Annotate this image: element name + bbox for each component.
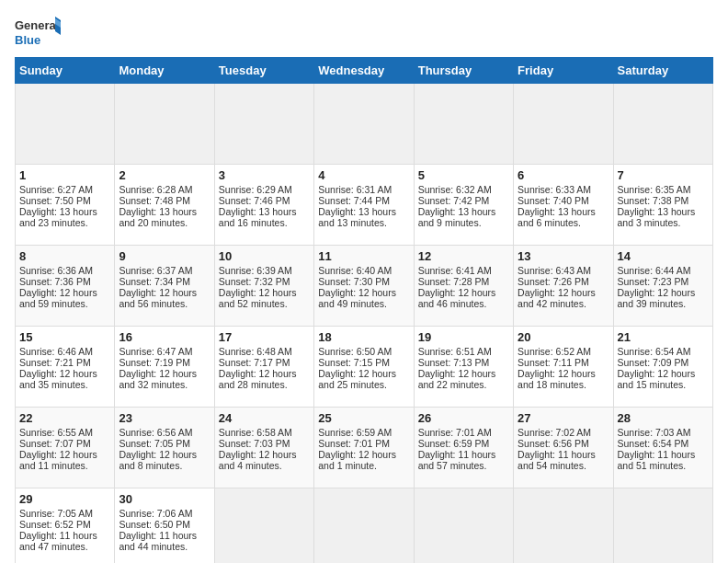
day-number: 6	[518, 168, 609, 182]
daylight-text: Daylight: 12 hours and 22 minutes.	[418, 368, 509, 390]
daylight-text: Daylight: 12 hours and 39 minutes.	[618, 287, 709, 309]
day-number: 11	[318, 249, 409, 263]
daylight-text: Daylight: 12 hours and 18 minutes.	[518, 368, 609, 390]
day-number: 13	[518, 249, 609, 263]
calendar-cell: 6Sunrise: 6:33 AMSunset: 7:40 PMDaylight…	[514, 165, 613, 246]
calendar-cell: 21Sunrise: 6:54 AMSunset: 7:09 PMDayligh…	[613, 327, 712, 408]
header-thursday: Thursday	[414, 58, 513, 84]
calendar-cell: 9Sunrise: 6:37 AMSunset: 7:34 PMDaylight…	[115, 246, 214, 327]
header-monday: Monday	[115, 58, 214, 84]
daylight-text: Daylight: 13 hours and 16 minutes.	[219, 206, 310, 228]
calendar-week-row: 22Sunrise: 6:55 AMSunset: 7:07 PMDayligh…	[16, 408, 713, 488]
daylight-text: Daylight: 11 hours and 44 minutes.	[119, 530, 210, 552]
sunrise-text: Sunrise: 6:52 AM	[518, 346, 609, 357]
day-number: 15	[19, 330, 110, 344]
sunset-text: Sunset: 6:59 PM	[418, 438, 509, 449]
calendar-cell: 24Sunrise: 6:58 AMSunset: 7:03 PMDayligh…	[214, 408, 313, 488]
day-number: 3	[219, 168, 310, 182]
sunset-text: Sunset: 7:42 PM	[418, 195, 509, 206]
sunrise-text: Sunrise: 7:05 AM	[19, 508, 110, 519]
daylight-text: Daylight: 12 hours and 8 minutes.	[119, 449, 210, 471]
sunset-text: Sunset: 7:23 PM	[618, 276, 709, 287]
calendar-cell	[514, 84, 613, 165]
sunset-text: Sunset: 7:01 PM	[318, 438, 409, 449]
daylight-text: Daylight: 12 hours and 32 minutes.	[119, 368, 210, 390]
calendar-cell: 10Sunrise: 6:39 AMSunset: 7:32 PMDayligh…	[214, 246, 313, 327]
header-tuesday: Tuesday	[214, 58, 313, 84]
calendar-cell: 14Sunrise: 6:44 AMSunset: 7:23 PMDayligh…	[613, 246, 712, 327]
calendar-cell: 1Sunrise: 6:27 AMSunset: 7:50 PMDaylight…	[16, 165, 115, 246]
day-number: 2	[119, 168, 210, 182]
calendar-cell: 11Sunrise: 6:40 AMSunset: 7:30 PMDayligh…	[314, 246, 414, 327]
day-number: 24	[219, 411, 310, 425]
daylight-text: Daylight: 12 hours and 59 minutes.	[19, 287, 110, 309]
sunrise-text: Sunrise: 6:56 AM	[119, 427, 210, 438]
logo: General Blue	[15, 15, 61, 50]
daylight-text: Daylight: 12 hours and 11 minutes.	[19, 449, 110, 471]
sunrise-text: Sunrise: 6:39 AM	[219, 265, 310, 276]
calendar-cell	[613, 488, 712, 564]
sunset-text: Sunset: 7:07 PM	[19, 438, 110, 449]
sunrise-text: Sunrise: 7:01 AM	[418, 427, 509, 438]
calendar-cell	[214, 84, 313, 165]
calendar-cell: 29Sunrise: 7:05 AMSunset: 6:52 PMDayligh…	[16, 488, 115, 564]
calendar-cell: 8Sunrise: 6:36 AMSunset: 7:36 PMDaylight…	[16, 246, 115, 327]
calendar-cell: 17Sunrise: 6:48 AMSunset: 7:17 PMDayligh…	[214, 327, 313, 408]
daylight-text: Daylight: 13 hours and 3 minutes.	[618, 206, 709, 228]
day-number: 18	[318, 330, 409, 344]
sunrise-text: Sunrise: 6:50 AM	[318, 346, 409, 357]
calendar-cell	[16, 84, 115, 165]
sunrise-text: Sunrise: 6:35 AM	[618, 184, 709, 195]
day-number: 29	[19, 492, 110, 506]
sunset-text: Sunset: 7:50 PM	[19, 195, 110, 206]
daylight-text: Daylight: 12 hours and 35 minutes.	[19, 368, 110, 390]
sunrise-text: Sunrise: 6:51 AM	[418, 346, 509, 357]
daylight-text: Daylight: 12 hours and 46 minutes.	[418, 287, 509, 309]
header-wednesday: Wednesday	[314, 58, 414, 84]
calendar-week-row	[16, 84, 713, 165]
header-friday: Friday	[514, 58, 613, 84]
sunrise-text: Sunrise: 6:27 AM	[19, 184, 110, 195]
daylight-text: Daylight: 12 hours and 56 minutes.	[119, 287, 210, 309]
header-saturday: Saturday	[613, 58, 712, 84]
calendar-cell: 16Sunrise: 6:47 AMSunset: 7:19 PMDayligh…	[115, 327, 214, 408]
day-number: 30	[119, 492, 210, 506]
day-number: 28	[618, 411, 709, 425]
day-number: 17	[219, 330, 310, 344]
calendar-cell: 22Sunrise: 6:55 AMSunset: 7:07 PMDayligh…	[16, 408, 115, 488]
daylight-text: Daylight: 13 hours and 6 minutes.	[518, 206, 609, 228]
sunrise-text: Sunrise: 6:47 AM	[119, 346, 210, 357]
sunrise-text: Sunrise: 6:43 AM	[518, 265, 609, 276]
calendar-cell: 26Sunrise: 7:01 AMSunset: 6:59 PMDayligh…	[414, 408, 513, 488]
sunset-text: Sunset: 7:28 PM	[418, 276, 509, 287]
day-number: 9	[119, 249, 210, 263]
sunset-text: Sunset: 7:26 PM	[518, 276, 609, 287]
sunrise-text: Sunrise: 6:33 AM	[518, 184, 609, 195]
sunset-text: Sunset: 7:44 PM	[318, 195, 409, 206]
daylight-text: Daylight: 12 hours and 49 minutes.	[318, 287, 409, 309]
daylight-text: Daylight: 11 hours and 51 minutes.	[618, 449, 709, 471]
daylight-text: Daylight: 12 hours and 52 minutes.	[219, 287, 310, 309]
sunset-text: Sunset: 7:05 PM	[119, 438, 210, 449]
day-number: 1	[19, 168, 110, 182]
sunset-text: Sunset: 7:09 PM	[618, 357, 709, 368]
daylight-text: Daylight: 12 hours and 42 minutes.	[518, 287, 609, 309]
calendar-cell: 25Sunrise: 6:59 AMSunset: 7:01 PMDayligh…	[314, 408, 414, 488]
sunrise-text: Sunrise: 7:03 AM	[618, 427, 709, 438]
svg-text:Blue: Blue	[15, 33, 40, 47]
day-number: 12	[418, 249, 509, 263]
calendar-cell: 4Sunrise: 6:31 AMSunset: 7:44 PMDaylight…	[314, 165, 414, 246]
day-number: 4	[318, 168, 409, 182]
daylight-text: Daylight: 12 hours and 28 minutes.	[219, 368, 310, 390]
calendar-cell	[314, 84, 414, 165]
day-number: 20	[518, 330, 609, 344]
calendar-cell	[314, 488, 414, 564]
calendar-cell	[514, 488, 613, 564]
daylight-text: Daylight: 13 hours and 20 minutes.	[119, 206, 210, 228]
sunrise-text: Sunrise: 6:31 AM	[318, 184, 409, 195]
calendar-cell: 18Sunrise: 6:50 AMSunset: 7:15 PMDayligh…	[314, 327, 414, 408]
calendar-cell: 23Sunrise: 6:56 AMSunset: 7:05 PMDayligh…	[115, 408, 214, 488]
sunset-text: Sunset: 7:17 PM	[219, 357, 310, 368]
logo-icon: General Blue	[15, 15, 61, 50]
day-number: 21	[618, 330, 709, 344]
